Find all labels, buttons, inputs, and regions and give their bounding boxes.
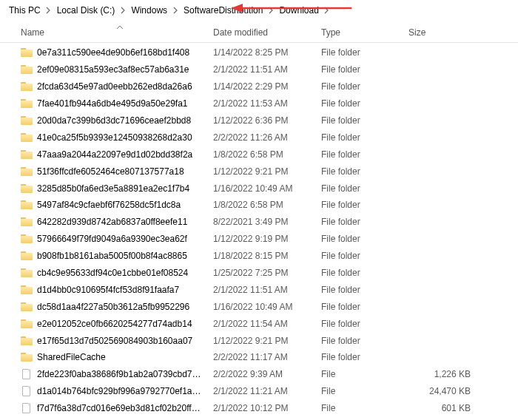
cell-name: 2ef09e08315a593ec3af8ec57ab6a31e <box>16 64 209 75</box>
folder-icon <box>21 183 33 194</box>
list-item[interactable]: e17f65d13d7d502569084903b160aa071/12/202… <box>0 332 518 349</box>
cell-name: 2fde223f0aba38686f9b1ab2a0739cbd75ae... <box>16 368 209 380</box>
cell-date: 2/2/2022 11:26 AM <box>209 132 317 143</box>
file-name: d1a014b764bfc929bf996a9792770ef1a2b7... <box>37 386 204 396</box>
cell-date: 8/22/2021 3:49 PM <box>209 217 317 227</box>
folder-icon <box>21 98 33 109</box>
file-name: 2ef09e08315a593ec3af8ec57ab6a31e <box>37 64 189 75</box>
list-item[interactable]: SharedFileCache2/2/2022 11:17 AMFile fol… <box>0 349 518 366</box>
folder-icon <box>21 115 33 126</box>
cell-date: 2/2/2022 11:17 AM <box>209 352 317 362</box>
folder-icon <box>21 351 33 363</box>
column-header-type[interactable]: Type <box>317 24 404 41</box>
file-name: 642282d939d8742ab6837a0ff8eefe11 <box>37 217 187 227</box>
list-item[interactable]: 7fae401fb944a6db4e495d9a50e29fa12/1/2022… <box>0 95 518 112</box>
chevron-right-icon[interactable] <box>172 5 179 16</box>
cell-name: 3285d85b0fa6ed3e5a8891ea2ec1f7b4 <box>16 183 209 194</box>
list-item[interactable]: f7d7f6a38d7cd016e69eb3d81cf02b20ffa3...2… <box>0 400 518 417</box>
cell-name: 0e7a311c590ee4de90b6ef168bd1f408 <box>16 47 209 58</box>
folder-icon <box>21 199 33 211</box>
file-name: 47aaa9a2044a22097e9d1d02bdd38f2a <box>37 149 192 160</box>
folder-icon <box>21 166 33 177</box>
cell-date: 1/14/2022 2:29 PM <box>209 81 317 92</box>
cell-type: File folder <box>317 183 404 194</box>
cell-type: File folder <box>317 166 404 177</box>
breadcrumb-segment[interactable]: Windows <box>128 4 170 17</box>
cell-name: cb4c9e95633df94c0e1cbbe01ef08524 <box>16 267 209 279</box>
chevron-right-icon[interactable] <box>119 5 127 16</box>
cell-name: 41e0ca25f5b9393e12450938268d2a30 <box>16 132 209 143</box>
cell-date: 1/25/2022 7:25 PM <box>209 268 317 278</box>
file-name: cb4c9e95633df94c0e1cbbe01ef08524 <box>37 268 188 278</box>
chevron-right-icon[interactable] <box>267 5 275 16</box>
file-icon <box>21 385 33 397</box>
cell-date: 1/12/2022 6:36 PM <box>209 115 317 126</box>
folder-icon <box>21 233 33 245</box>
file-name: 51f36ffcdfe6052464ce807137577a18 <box>37 166 184 177</box>
folder-icon <box>21 267 33 279</box>
cell-date: 1/14/2022 8:25 PM <box>209 47 317 58</box>
cell-type: File folder <box>317 132 404 143</box>
file-name: e17f65d13d7d502569084903b160aa07 <box>37 336 192 346</box>
cell-type: File <box>317 369 404 379</box>
list-item[interactable]: b908fb1b8161aba5005f00b8f4ac88651/18/202… <box>0 248 518 265</box>
cell-type: File folder <box>317 234 404 244</box>
file-name: 41e0ca25f5b9393e12450938268d2a30 <box>37 132 192 143</box>
file-icon <box>21 402 33 414</box>
cell-type: File <box>317 403 404 413</box>
cell-name: 20d0da7c399b6d3dc71696ceaef2bbd8 <box>16 115 209 126</box>
file-icon <box>21 368 33 380</box>
cell-date: 1/18/2022 8:15 PM <box>209 251 317 261</box>
list-item[interactable]: 41e0ca25f5b9393e12450938268d2a302/2/2022… <box>0 129 518 146</box>
cell-name: 57966649f79fd9049a6a9390ec3ea62f <box>16 233 209 245</box>
cell-date: 1/16/2022 10:49 AM <box>209 302 317 312</box>
cell-name: dc58d1aa4f227a50b3612a5fb9952296 <box>16 301 209 313</box>
cell-date: 2/1/2022 11:51 AM <box>209 285 317 295</box>
breadcrumb-segment[interactable]: Download <box>276 4 321 17</box>
file-name: 0e7a311c590ee4de90b6ef168bd1f408 <box>37 47 189 58</box>
cell-name: 642282d939d8742ab6837a0ff8eefe11 <box>16 216 209 228</box>
breadcrumb-segment[interactable]: SoftwareDistribution <box>181 4 266 17</box>
cell-date: 2/2/2022 9:39 AM <box>209 369 317 379</box>
cell-name: b908fb1b8161aba5005f00b8f4ac8865 <box>16 250 209 262</box>
list-item[interactable]: 51f36ffcdfe6052464ce807137577a181/12/202… <box>0 163 518 180</box>
list-item[interactable]: 2fcda63d45e97ad0eebb262ed8da26a61/14/202… <box>0 78 518 95</box>
chevron-right-icon[interactable] <box>323 5 331 16</box>
cell-date: 1/12/2022 9:21 PM <box>209 336 317 346</box>
file-name: 57966649f79fd9049a6a9390ec3ea62f <box>37 234 187 244</box>
list-item[interactable]: 0e7a311c590ee4de90b6ef168bd1f4081/14/202… <box>0 44 518 61</box>
list-item[interactable]: 2ef09e08315a593ec3af8ec57ab6a31e2/1/2022… <box>0 61 518 78</box>
list-item[interactable]: 5497af84c9cfaebf6f76258dc5f1dc8a1/8/2022… <box>0 197 518 214</box>
folder-icon <box>21 335 33 347</box>
breadcrumb-segment[interactable]: This PC <box>6 4 44 17</box>
list-item[interactable]: 20d0da7c399b6d3dc71696ceaef2bbd81/12/202… <box>0 112 518 129</box>
file-name: 3285d85b0fa6ed3e5a8891ea2ec1f7b4 <box>37 183 189 194</box>
folder-icon <box>21 318 33 330</box>
column-header-size[interactable]: Size <box>404 24 487 41</box>
list-item[interactable]: dc58d1aa4f227a50b3612a5fb99522961/16/202… <box>0 298 518 315</box>
file-name: f7d7f6a38d7cd016e69eb3d81cf02b20ffa3... <box>37 403 204 413</box>
list-item[interactable]: 2fde223f0aba38686f9b1ab2a0739cbd75ae...2… <box>0 366 518 383</box>
column-header-date[interactable]: Date modified <box>209 24 317 41</box>
cell-date: 2/1/2022 11:51 AM <box>209 64 317 75</box>
cell-date: 1/8/2022 6:58 PM <box>209 149 317 160</box>
cell-type: File folder <box>317 319 404 329</box>
breadcrumb-segment[interactable]: Local Disk (C:) <box>54 4 118 17</box>
cell-date: 1/16/2022 10:49 AM <box>209 183 317 194</box>
folder-icon <box>21 64 33 75</box>
chevron-right-icon[interactable] <box>45 5 53 16</box>
list-item[interactable]: 3285d85b0fa6ed3e5a8891ea2ec1f7b41/16/202… <box>0 180 518 197</box>
list-item[interactable]: 57966649f79fd9049a6a9390ec3ea62f1/12/202… <box>0 231 518 248</box>
list-item[interactable]: d1d4bb0c910695f4fcf53d8f91faafa72/1/2022… <box>0 281 518 298</box>
cell-name: SharedFileCache <box>16 351 209 363</box>
list-item[interactable]: 47aaa9a2044a22097e9d1d02bdd38f2a1/8/2022… <box>0 146 518 163</box>
column-header-name[interactable]: Name <box>16 24 209 41</box>
file-name: e2e012052ce0fb6620254277d74adb14 <box>37 319 192 329</box>
list-item[interactable]: e2e012052ce0fb6620254277d74adb142/1/2022… <box>0 315 518 332</box>
cell-size: 24,470 KB <box>404 386 487 396</box>
file-name: 20d0da7c399b6d3dc71696ceaef2bbd8 <box>37 115 191 126</box>
list-item[interactable]: cb4c9e95633df94c0e1cbbe01ef085241/25/202… <box>0 265 518 282</box>
list-item[interactable]: d1a014b764bfc929bf996a9792770ef1a2b7...2… <box>0 383 518 400</box>
list-item[interactable]: 642282d939d8742ab6837a0ff8eefe118/22/202… <box>0 214 518 231</box>
cell-type: File folder <box>317 200 404 210</box>
